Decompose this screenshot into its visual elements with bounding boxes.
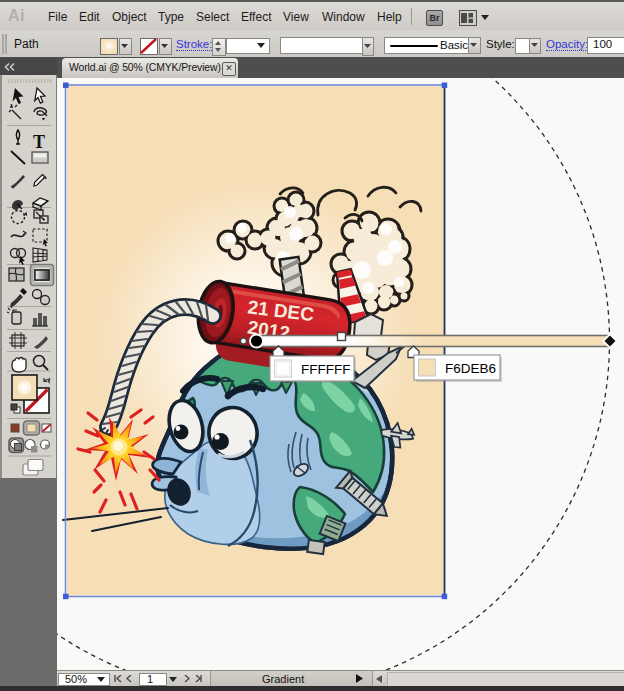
svg-text:T: T [33,132,45,152]
svg-text:F6DEB6: F6DEB6 [445,361,496,376]
svg-text:FFFFFF: FFFFFF [301,362,350,377]
